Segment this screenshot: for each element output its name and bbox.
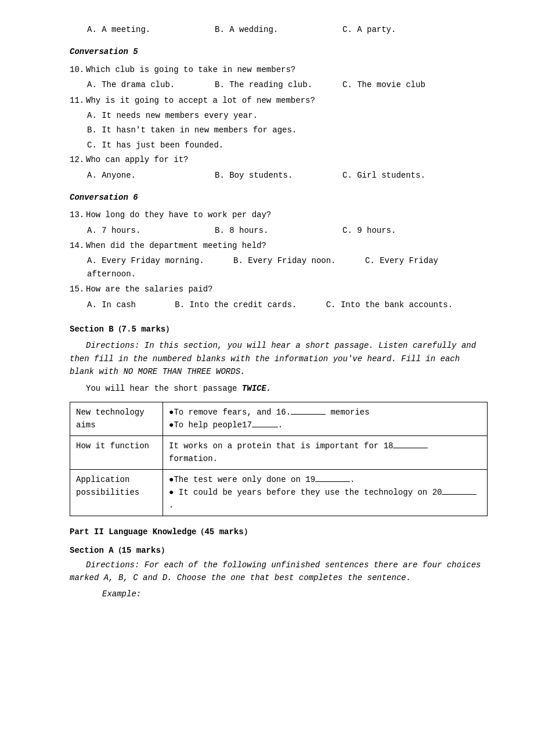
blank-19	[315, 481, 350, 482]
q14-num: 14.	[70, 239, 86, 252]
q15-optA: A. In cash	[87, 300, 136, 309]
partII-title: Part II Language Knowledge（45 marks）	[70, 525, 488, 538]
q14-optB: B. Every Friday noon.	[233, 256, 335, 265]
bullet3: ●	[169, 475, 174, 484]
sectionA-directions: Directions: For each of the following un…	[70, 559, 488, 585]
blank-20	[442, 494, 477, 495]
blank-16	[291, 414, 326, 415]
table-content-2: It works on a protein that is important …	[163, 435, 488, 469]
sectionB-title: Section B（7.5 marks）	[70, 323, 488, 336]
q15-options: A. In cash B. Into the credit cards. C. …	[87, 298, 488, 311]
q11-optB: B. It hasn't taken in new members for ag…	[87, 124, 488, 136]
question-14: 14. When did the department meeting held…	[70, 239, 488, 252]
table-row3-line1: ●The test were only done on 19.	[169, 473, 481, 486]
table-row-2: How it function It works on a protein th…	[70, 435, 488, 469]
conversation6-title: Conversation 6	[70, 191, 488, 204]
q10-text: Which club is going to take in new membe…	[86, 63, 488, 76]
q14-text: When did the department meeting held?	[86, 239, 488, 252]
prev-options-row: A. A meeting. B. A wedding. C. A party.	[87, 23, 488, 36]
q15-num: 15.	[70, 283, 86, 296]
q12-optB: B. Boy students.	[215, 169, 342, 182]
prev-option-a: A. A meeting.	[87, 23, 215, 36]
q11-text: Why is it going to accept a lot of new m…	[86, 94, 488, 107]
q12-text: Who can apply for it?	[86, 153, 488, 166]
sectionB-normal: You will hear the short passage TWICE.	[70, 382, 488, 395]
prev-option-c: C. A party.	[342, 23, 470, 36]
table-row1-line2: ●To help people17.	[169, 419, 481, 431]
partII-block: Part II Language Knowledge（45 marks） Sec…	[70, 525, 488, 601]
table-row3-line2: ● It could be years before they use the …	[169, 486, 481, 512]
q11-optC: C. It has just been founded.	[87, 139, 488, 152]
q13-num: 13.	[70, 208, 86, 221]
q13-options: A. 7 hours. B. 8 hours. C. 9 hours.	[87, 224, 488, 237]
q10-optA: A. The drama club.	[87, 78, 215, 91]
table-row1-line1: ●To remove fears, and 16. memories	[169, 406, 481, 419]
q13-optB: B. 8 hours.	[215, 224, 342, 237]
sectionB-directions: Directions: In this section, you will he…	[70, 339, 488, 378]
sectionA-title: Section A（15 marks）	[70, 544, 488, 557]
table-content-1: ●To remove fears, and 16. memories ●To h…	[163, 402, 488, 435]
fill-in-table: New technology aims ●To remove fears, an…	[70, 402, 488, 516]
bullet1: ●	[169, 408, 174, 417]
q15-optB: B. Into the credit cards.	[175, 300, 297, 309]
q10-optB: B. The reading club.	[215, 78, 342, 91]
q12-optC: C. Girl students.	[342, 169, 470, 182]
q13-optC: C. 9 hours.	[342, 224, 470, 237]
question-12: 12. Who can apply for it?	[70, 153, 488, 166]
q10-options: A. The drama club. B. The reading club. …	[87, 78, 488, 91]
q10-optC: C. The movie club	[342, 78, 470, 91]
question-15: 15. How are the salaries paid?	[70, 283, 488, 296]
q14-options: A. Every Friday morning. B. Every Friday…	[87, 254, 488, 280]
q15-text: How are the salaries paid?	[86, 283, 488, 296]
q13-text: How long do they have to work per day?	[86, 208, 488, 221]
q12-optA: A. Anyone.	[87, 169, 215, 182]
q12-num: 12.	[70, 153, 86, 166]
q12-options: A. Anyone. B. Boy students. C. Girl stud…	[87, 169, 488, 182]
q13-optA: A. 7 hours.	[87, 224, 215, 237]
question-10: 10. Which club is going to take in new m…	[70, 63, 488, 76]
table-row-3: Application possibilities ●The test were…	[70, 469, 488, 516]
q10-num: 10.	[70, 63, 86, 76]
q14-optA: A. Every Friday morning.	[87, 256, 204, 265]
question-13: 13. How long do they have to work per da…	[70, 208, 488, 221]
table-label-2: How it function	[70, 435, 163, 469]
table-row-1: New technology aims ●To remove fears, an…	[70, 402, 488, 435]
sectionA-example: Example:	[70, 588, 488, 600]
table-content-3: ●The test were only done on 19. ● It cou…	[163, 469, 488, 516]
conversation5-title: Conversation 5	[70, 45, 488, 58]
blank-17	[252, 427, 278, 427]
prev-option-b: B. A wedding.	[215, 23, 342, 36]
table-label-3: Application possibilities	[70, 469, 163, 516]
question-11: 11. Why is it going to accept a lot of n…	[70, 94, 488, 107]
bullet2: ●	[169, 420, 174, 430]
table-label-1: New technology aims	[70, 402, 163, 435]
twice-label: TWICE.	[242, 384, 271, 393]
blank-18	[393, 448, 428, 448]
q11-num: 11.	[70, 94, 86, 107]
q15-optC: C. Into the bank accounts.	[326, 300, 453, 309]
q11-optA: A. It needs new members every year.	[87, 109, 488, 122]
